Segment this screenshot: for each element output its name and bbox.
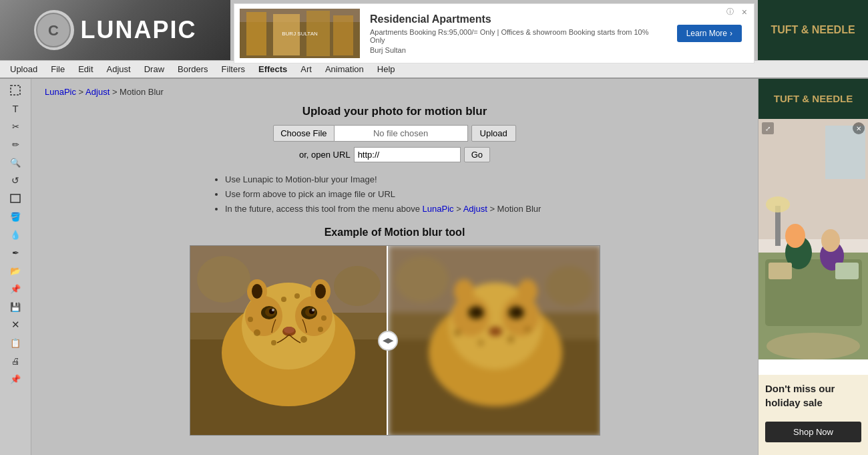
file-upload-row: Choose File No file chosen Upload xyxy=(45,125,744,142)
instruction-1: Use Lunapic to Motion-blur your Image! xyxy=(225,172,744,187)
svg-point-29 xyxy=(271,340,276,345)
nav-file[interactable]: File xyxy=(44,60,71,79)
svg-point-75 xyxy=(766,196,790,212)
nav-draw[interactable]: Draw xyxy=(138,60,171,79)
instruction-3: In the future, access this tool from the… xyxy=(225,202,744,216)
ad-close-icon[interactable]: × xyxy=(742,7,747,17)
ad-location: Burj Sultan xyxy=(370,46,660,54)
example-title: Example of Motion blur tool xyxy=(45,226,744,239)
tool-dropper[interactable]: 💧 xyxy=(3,226,27,243)
svg-point-34 xyxy=(281,297,286,302)
svg-point-72 xyxy=(767,333,860,359)
svg-point-61 xyxy=(546,266,592,306)
url-input[interactable] xyxy=(354,147,461,162)
tool-text[interactable]: T xyxy=(3,100,27,117)
image-left-original xyxy=(190,246,387,436)
upload-button[interactable]: Upload xyxy=(471,125,516,142)
tool-copy[interactable]: 📋 xyxy=(3,334,27,351)
choose-file-button[interactable]: Choose File xyxy=(273,125,334,142)
instruction-2: Use form above to pick an image file or … xyxy=(225,187,744,202)
svg-point-59 xyxy=(517,279,537,303)
svg-point-53 xyxy=(489,327,502,336)
svg-point-51 xyxy=(475,309,480,314)
sidebar: T ✂ ✏ 🔍 ↺ 🪣 💧 ✒ 📂 📌 💾 ✕ 📋 🖨 📌 xyxy=(0,79,31,455)
svg-point-39 xyxy=(315,284,326,299)
right-ad-top: TUFT & NEEDLE xyxy=(758,0,868,60)
svg-rect-7 xyxy=(333,15,353,55)
breadcrumb-sep1: > xyxy=(79,87,86,97)
svg-point-31 xyxy=(318,327,323,332)
svg-point-54 xyxy=(454,329,461,336)
svg-rect-70 xyxy=(769,263,792,279)
right-ad-expand-icon[interactable]: ⤢ xyxy=(762,122,774,134)
tool-close[interactable]: ✕ xyxy=(3,316,27,333)
divider-handle[interactable]: ◀▶ xyxy=(378,331,398,351)
svg-text:C: C xyxy=(48,22,59,39)
tool-rotate[interactable]: ↺ xyxy=(3,172,27,189)
ad-title: Residencial Apartments xyxy=(370,13,660,25)
tool-print[interactable]: 🖨 xyxy=(3,352,27,369)
go-button[interactable]: Go xyxy=(464,147,490,162)
svg-point-67 xyxy=(785,224,805,248)
svg-point-41 xyxy=(334,266,381,306)
upload-section: Upload your photo for motion blur Choose… xyxy=(45,105,744,162)
instruction-lunapic-link[interactable]: LunaPic xyxy=(423,204,454,214)
instruction-adjust-link[interactable]: Adjust xyxy=(463,204,487,214)
ad-learn-more-button[interactable]: Learn More › xyxy=(677,25,742,42)
tool-open[interactable]: 📂 xyxy=(3,262,27,279)
nav-upload[interactable]: Upload xyxy=(3,60,44,79)
main-layout: T ✂ ✏ 🔍 ↺ 🪣 💧 ✒ 📂 📌 💾 ✕ 📋 🖨 📌 LunaPic > … xyxy=(0,79,868,455)
tool-rectangle[interactable] xyxy=(3,190,27,207)
content-area: LunaPic > Adjust > Motion Blur Upload yo… xyxy=(31,79,758,455)
right-ad-image: ✕ ⤢ xyxy=(758,119,868,359)
right-ad-sale-text: Don't miss our holiday sale xyxy=(765,382,861,410)
svg-point-55 xyxy=(478,340,483,345)
instructions: Use Lunapic to Motion-blur your Image! U… xyxy=(212,172,744,216)
right-ad-text-section: Don't miss our holiday sale Shop Now xyxy=(758,375,868,455)
ad-image: BURJ SULTAN xyxy=(240,9,360,58)
tool-stamp[interactable]: 📌 xyxy=(3,370,27,388)
svg-point-40 xyxy=(197,256,250,303)
svg-point-24 xyxy=(272,309,274,311)
url-row: or, open URL Go xyxy=(45,147,744,162)
svg-point-57 xyxy=(525,327,530,332)
tool-crop[interactable]: ✂ xyxy=(3,118,27,135)
nav-edit[interactable]: Edit xyxy=(71,60,99,79)
svg-point-27 xyxy=(284,327,294,333)
ad-info-icon: ⓘ xyxy=(726,7,734,17)
breadcrumb-adjust[interactable]: Adjust xyxy=(85,87,110,97)
tool-select[interactable] xyxy=(3,82,27,99)
file-name-display: No file chosen xyxy=(335,125,468,142)
svg-rect-71 xyxy=(835,263,859,279)
svg-point-56 xyxy=(507,336,514,343)
upload-title: Upload your photo for motion blur xyxy=(45,105,744,118)
svg-point-58 xyxy=(454,279,474,303)
svg-point-30 xyxy=(300,336,307,343)
tool-pin[interactable]: 📌 xyxy=(3,280,27,297)
svg-point-35 xyxy=(294,293,300,299)
nav-borders[interactable]: Borders xyxy=(171,60,215,79)
tool-save[interactable]: 💾 xyxy=(3,298,27,315)
svg-rect-4 xyxy=(246,12,266,55)
svg-rect-10 xyxy=(11,194,20,202)
logo-text: LUNAPIC xyxy=(81,16,197,44)
right-ad-container: TUFT & NEEDLE xyxy=(758,79,868,455)
nav-adjust[interactable]: Adjust xyxy=(100,60,138,79)
ad-description: Apartments Booking Rs:95,000/= Only | Of… xyxy=(370,28,660,44)
breadcrumb: LunaPic > Adjust > Motion Blur xyxy=(45,87,744,97)
breadcrumb-lunapic[interactable]: LunaPic xyxy=(45,87,76,97)
ad-content: Residencial Apartments Apartments Bookin… xyxy=(360,13,670,54)
svg-point-60 xyxy=(395,256,449,303)
breadcrumb-sep2: > xyxy=(112,87,120,97)
tool-fill[interactable]: 🪣 xyxy=(3,208,27,225)
image-right-blurred xyxy=(389,246,600,436)
svg-point-25 xyxy=(312,309,314,311)
shop-now-button[interactable]: Shop Now xyxy=(765,422,861,442)
tool-pen[interactable]: ✒ xyxy=(3,244,27,261)
tool-pencil[interactable]: ✏ xyxy=(3,136,27,153)
logo-area: C LUNAPIC xyxy=(0,0,230,60)
right-ad-dismiss-icon[interactable]: ✕ xyxy=(853,122,865,134)
svg-point-28 xyxy=(254,329,260,336)
tool-zoom[interactable]: 🔍 xyxy=(3,154,27,171)
image-comparison: ◀▶ xyxy=(190,245,600,436)
